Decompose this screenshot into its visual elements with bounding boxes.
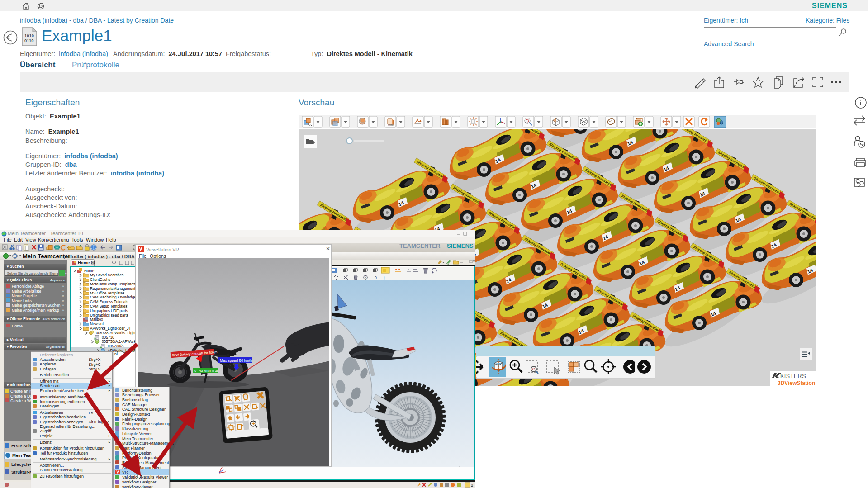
- svg-text:KISTERS: KISTERS: [780, 373, 806, 379]
- svg-text:-}: -}: [382, 275, 385, 280]
- svg-text:-0: -0: [373, 275, 377, 280]
- svg-text:[mod]: [mod]: [388, 123, 394, 126]
- svg-text:2: 2: [471, 483, 473, 488]
- svg-text:6: 6: [365, 276, 367, 280]
- svg-text:3DViewStation: 3DViewStation: [778, 380, 815, 386]
